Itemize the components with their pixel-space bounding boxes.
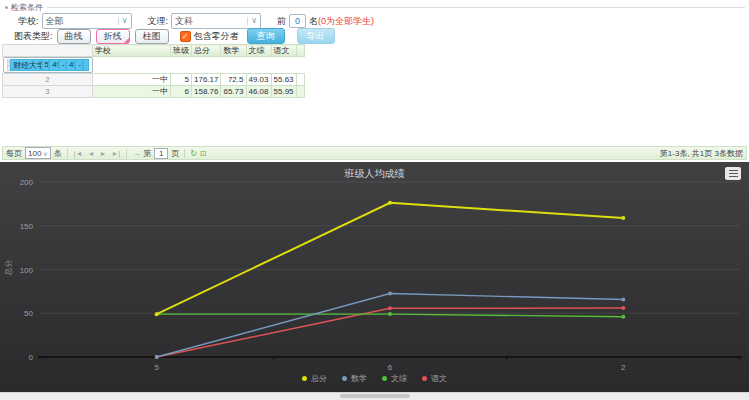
- y-tick-label: 50: [24, 309, 33, 318]
- next-page-icon[interactable]: ►: [98, 150, 107, 157]
- table-cell: 46.08: [246, 86, 271, 98]
- data-point[interactable]: [155, 312, 159, 316]
- data-point[interactable]: [621, 315, 625, 319]
- wenli-select-value: 文科: [175, 15, 193, 28]
- panel-title: 检索条件: [11, 2, 43, 13]
- wenli-select[interactable]: 文科 ∨: [171, 13, 261, 29]
- pager-divider: [184, 149, 185, 158]
- last-page-icon[interactable]: ►|: [110, 150, 121, 157]
- query-button[interactable]: 查询: [247, 28, 285, 44]
- refresh-icon[interactable]: ↻: [190, 149, 197, 158]
- panel-header: 检索条件: [4, 3, 745, 12]
- legend-label: 语文: [431, 373, 447, 384]
- wenli-label: 文理:: [148, 15, 169, 28]
- table-cell: 55.63: [271, 74, 296, 86]
- grid-pager: 每页 100 ∨ 条 |◄ ◄ ► ►| → 第 1 页 ↻ ⊡ 第1-3条, …: [2, 146, 747, 160]
- table-cell: 财经大学体工学院: [10, 59, 41, 71]
- data-point[interactable]: [388, 306, 392, 310]
- table-cell: 55.95: [271, 86, 296, 98]
- x-tick-label: 6: [388, 363, 393, 372]
- legend-item[interactable]: 总分: [302, 373, 327, 384]
- table-row[interactable]: 2一中5176.1772.549.0355.63: [3, 74, 305, 86]
- table-cell: 一中: [93, 74, 171, 86]
- table-cell: 6: [171, 86, 192, 98]
- collapse-handle[interactable]: [340, 394, 410, 398]
- expand-icon[interactable]: ⊡: [200, 149, 207, 158]
- table-cell: 5: [42, 59, 50, 71]
- page-number-input[interactable]: 1: [154, 148, 168, 159]
- table-cell: 49.03: [246, 74, 271, 86]
- data-point[interactable]: [155, 355, 159, 359]
- column-header[interactable]: 学校: [93, 45, 171, 57]
- pager-controls: 每页 100 ∨ 条 |◄ ◄ ► ►| → 第 1 页 ↻ ⊡: [6, 147, 207, 159]
- legend-item[interactable]: 数学: [342, 373, 367, 384]
- column-header[interactable]: 语文: [271, 45, 296, 57]
- line-chart: 050100150200562: [0, 162, 749, 393]
- page-suffix: 页: [171, 148, 179, 159]
- row-number: 3: [3, 86, 93, 98]
- top-n-label: 前: [277, 15, 286, 28]
- school-select-value: 全部: [46, 15, 64, 28]
- data-point[interactable]: [388, 201, 392, 205]
- chart-type-label: 图表类型:: [14, 30, 53, 43]
- y-tick-label: 200: [20, 178, 34, 187]
- table-cell: 176.17: [192, 74, 221, 86]
- legend-marker-icon: [342, 376, 347, 381]
- top-n-note: (0为全部学生): [318, 15, 374, 28]
- data-point[interactable]: [621, 216, 625, 220]
- include-zero-label: 包含零分者: [194, 30, 239, 43]
- panel-divider: [47, 7, 745, 8]
- data-point[interactable]: [621, 306, 625, 310]
- go-to-page-icon[interactable]: →: [132, 149, 140, 158]
- export-button[interactable]: 导出: [297, 28, 335, 44]
- legend-marker-icon: [302, 376, 307, 381]
- y-tick-label: 150: [20, 222, 34, 231]
- column-header[interactable]: 文综: [246, 45, 271, 57]
- filter-row: 学校: 全部 ∨ 文理: 文科 ∨ 前 0 名 (0为全部学生): [4, 13, 745, 29]
- include-zero-checkbox[interactable]: ✓: [180, 31, 191, 42]
- legend-item[interactable]: 语文: [422, 373, 447, 384]
- x-tick-label: 2: [621, 363, 626, 372]
- top-n-input[interactable]: 0: [289, 14, 306, 28]
- legend-item[interactable]: 文综: [382, 373, 407, 384]
- school-select[interactable]: 全部 ∨: [42, 13, 132, 29]
- column-header[interactable]: 总分: [192, 45, 221, 57]
- page-prefix: 第: [143, 148, 151, 159]
- legend-label: 数学: [351, 373, 367, 384]
- column-header[interactable]: 数学: [221, 45, 246, 57]
- table-cell: -: [75, 59, 82, 71]
- table-cell: 65.73: [221, 86, 246, 98]
- table-cell: 72.5: [221, 74, 246, 86]
- pager-divider: [67, 149, 68, 158]
- chart-type-curve-button[interactable]: 曲线: [57, 29, 91, 44]
- filler-header: [296, 45, 304, 57]
- search-conditions-panel: 检索条件 学校: 全部 ∨ 文理: 文科 ∨ 前 0 名 (0为全部学生) 图表…: [4, 3, 745, 43]
- app-root: 检索条件 学校: 全部 ∨ 文理: 文科 ∨ 前 0 名 (0为全部学生) 图表…: [0, 0, 750, 400]
- pager-divider: [126, 149, 127, 158]
- table-cell: 49: [66, 59, 76, 71]
- bottom-bar: [0, 392, 749, 400]
- chart-type-bar-button[interactable]: 柱图: [135, 29, 169, 44]
- chevron-down-icon: ∨: [43, 150, 47, 157]
- chart-type-polyline-button[interactable]: 折线: [96, 29, 130, 44]
- chart-panel: 班级人均成绩 总分 050100150200562 总分数学文综语文: [0, 162, 749, 393]
- prev-page-icon[interactable]: ◄: [87, 150, 96, 157]
- per-page-label: 每页: [6, 148, 22, 159]
- pager-record-info: 第1-3条, 共1页 3条数据: [660, 148, 743, 159]
- table-row[interactable]: 1财经大学体工学院549-49-: [3, 57, 93, 73]
- column-header[interactable]: 班级: [171, 45, 192, 57]
- per-page-select[interactable]: 100 ∨: [25, 147, 51, 159]
- legend-label: 总分: [311, 373, 327, 384]
- filler-cell: [296, 86, 304, 98]
- data-point[interactable]: [388, 312, 392, 316]
- table-cell: 一中: [93, 86, 171, 98]
- legend-label: 文综: [391, 373, 407, 384]
- data-point[interactable]: [388, 292, 392, 296]
- data-point[interactable]: [621, 297, 625, 301]
- filler-cell: [296, 74, 304, 86]
- top-n-unit: 名: [309, 15, 318, 28]
- first-page-icon[interactable]: |◄: [73, 150, 84, 157]
- table-row[interactable]: 3一中6158.7665.7346.0855.95: [3, 86, 305, 98]
- collapse-dot-icon: [5, 6, 8, 9]
- chart-type-row: 图表类型: 曲线 折线 柱图 ✓ 包含零分者 查询 导出: [4, 28, 745, 44]
